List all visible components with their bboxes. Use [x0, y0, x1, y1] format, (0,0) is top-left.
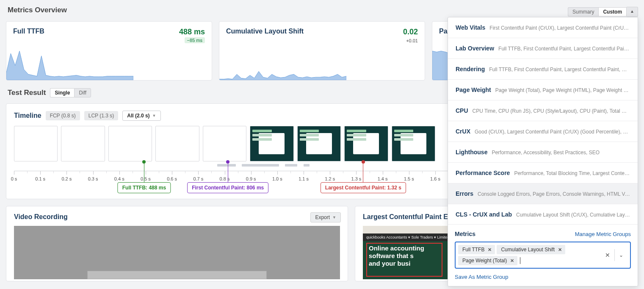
- metric-group-desc: First Contentful Paint (CrUX), Largest C…: [489, 25, 630, 31]
- metric-group-desc: Performance, Total Blocking Time, Larges…: [514, 170, 630, 176]
- metric-group-title: Performance Score: [456, 170, 510, 176]
- metrics-dropdown-panel: Web VitalsFirst Contentful Paint (CrUX),…: [448, 17, 638, 286]
- export-button[interactable]: Export ▼: [310, 212, 341, 222]
- filmstrip-frame[interactable]: [155, 126, 199, 161]
- metric-card-value: 488 ms: [179, 28, 205, 36]
- metric-card-delta: −85 ms: [185, 37, 205, 43]
- metric-group-title: CrUX: [456, 128, 470, 135]
- manage-metric-groups-link[interactable]: Manage Metric Groups: [575, 231, 631, 237]
- single-button[interactable]: Single: [50, 88, 74, 97]
- remove-metric-icon[interactable]: ✕: [487, 247, 492, 253]
- chevron-down-icon: ▼: [152, 114, 156, 118]
- filmstrip-frame[interactable]: [61, 126, 105, 161]
- custom-tab[interactable]: Custom: [598, 7, 627, 17]
- page-title: Metrics Overview: [8, 6, 67, 14]
- metric-group-option[interactable]: Performance ScorePerformance, Total Bloc…: [448, 163, 638, 183]
- timeline-marker-label: First Contentful Paint: 806 ms: [187, 182, 268, 193]
- ruler-tick-label: 0.2 s: [61, 176, 72, 181]
- filmstrip-frame[interactable]: [297, 126, 341, 161]
- metric-group-option[interactable]: CLS - CrUX and LabCumulative Layout Shif…: [448, 204, 638, 224]
- metric-group-option[interactable]: CPUCPU Time, CPU (Run JS), CPU (Style/La…: [448, 100, 638, 121]
- ruler-tick-label: 0.9 s: [246, 176, 256, 181]
- metric-group-desc: Full TTFB, First Contentful Paint, Large…: [498, 46, 630, 52]
- metric-group-title: CLS - CrUX and Lab: [456, 211, 512, 218]
- metrics-multiselect[interactable]: Full TTFB✕Cumulative Layout Shift✕Page W…: [455, 242, 631, 269]
- view-mode-caret[interactable]: ▲: [627, 7, 638, 17]
- filmstrip-frame[interactable]: [203, 126, 246, 161]
- metric-group-option[interactable]: LighthousePerformance, Accessibility, Be…: [448, 142, 638, 163]
- metric-group-desc: Full TTFB, First Contentful Paint, Large…: [489, 67, 630, 72]
- metric-group-title: CPU: [456, 107, 468, 114]
- metric-group-desc: CPU Time, CPU (Run JS), CPU (Style/Layou…: [473, 108, 630, 114]
- metric-group-title: Page Weight: [456, 86, 491, 93]
- sparkline-cls: [219, 46, 346, 80]
- metric-card-cls[interactable]: Cumulative Layout Shift 0.02 +0.01: [219, 21, 425, 81]
- ruler-tick-label: 0 s: [11, 176, 17, 181]
- ruler-tick-label: 0.1 s: [35, 176, 45, 181]
- metric-group-title: Lighthouse: [456, 149, 487, 156]
- timeline-marker-label: Largest Contentful Paint: 1.32 s: [321, 182, 406, 193]
- metric-group-option[interactable]: CrUXGood (CrUX), Largest Contentful Pain…: [448, 121, 638, 142]
- filmstrip-frame[interactable]: [108, 126, 152, 161]
- summary-tab[interactable]: Summary: [568, 7, 598, 17]
- timeline-chip-lcp[interactable]: LCP (1.3 s): [84, 111, 118, 120]
- selected-metric-label: Cumulative Layout Shift: [501, 247, 555, 253]
- ruler-tick-label: 1.4 s: [378, 176, 388, 181]
- ruler-tick-label: 0.7 s: [193, 176, 203, 181]
- ruler-tick-label: 1.2 s: [325, 176, 335, 181]
- filmstrip-frame[interactable]: [250, 126, 293, 161]
- filmstrip-frame[interactable]: [14, 126, 58, 161]
- selected-metric-label: Full TTFB: [462, 247, 484, 253]
- ruler-tick-label: 0.4 s: [114, 176, 124, 181]
- timeline-marker-red[interactable]: Largest Contentful Paint: 1.32 s: [362, 160, 365, 182]
- metric-group-option[interactable]: Page WeightPage Weight (Total), Page Wei…: [448, 80, 638, 100]
- video-placeholder[interactable]: [14, 226, 340, 279]
- chevron-down-icon[interactable]: ⌄: [615, 250, 627, 261]
- video-recording-card: Video Recording Export ▼: [6, 206, 348, 281]
- metric-group-option[interactable]: Web VitalsFirst Contentful Paint (CrUX),…: [448, 17, 638, 38]
- chevron-down-icon: ▼: [332, 215, 336, 220]
- ruler-tick-label: 1.3 s: [351, 176, 362, 181]
- metric-group-desc: Cumulative Layout Shift (CrUX), Cumulati…: [516, 212, 630, 218]
- timeline-chip-all-label: All (2.0 s): [127, 113, 149, 119]
- timeline-chip-fcp[interactable]: FCP (0.8 s): [46, 111, 80, 120]
- timeline-marker-purple[interactable]: First Contentful Paint: 806 ms: [226, 160, 229, 182]
- metric-group-option[interactable]: RenderingFull TTFB, First Contentful Pai…: [448, 59, 638, 80]
- ruler-tick-label: 0.3 s: [88, 176, 98, 181]
- metric-group-option[interactable]: Lab OverviewFull TTFB, First Contentful …: [448, 38, 638, 59]
- metric-group-desc: Good (CrUX), Largest Contentful Paint (C…: [475, 129, 630, 135]
- timeline-marker-label: Full TTFB: 488 ms: [118, 182, 171, 193]
- video-recording-title: Video Recording: [14, 213, 340, 221]
- test-result-toggle: Single Diff: [50, 88, 91, 97]
- text-cursor: [520, 257, 520, 264]
- ruler-tick-label: 1.6 s: [430, 176, 440, 181]
- timeline-title: Timeline: [14, 112, 41, 119]
- remove-metric-icon[interactable]: ✕: [557, 247, 563, 253]
- test-result-title: Test Result: [8, 89, 46, 97]
- metrics-group-list[interactable]: Web VitalsFirst Contentful Paint (CrUX),…: [448, 17, 638, 224]
- metrics-label: Metrics: [455, 231, 475, 237]
- metric-group-title: Errors: [456, 190, 473, 197]
- ruler-tick-label: 0.6 s: [167, 176, 177, 181]
- timeline-marker-green[interactable]: Full TTFB: 488 ms: [142, 160, 146, 182]
- metric-card-ttfb[interactable]: Full TTFB 488 ms −85 ms: [6, 21, 212, 81]
- selected-metric-tag: Cumulative Layout Shift✕: [497, 245, 565, 254]
- diff-button[interactable]: Diff: [74, 88, 91, 97]
- metric-group-title: Rendering: [456, 66, 485, 72]
- remove-metric-icon[interactable]: ✕: [509, 258, 515, 264]
- metric-group-option[interactable]: ErrorsConsole Logged Errors, Page Errors…: [448, 183, 638, 204]
- ruler-tick-label: 1.5 s: [404, 176, 414, 181]
- metric-group-title: Lab Overview: [456, 45, 494, 52]
- lcp-preview-hero: Online accounting software that s and yo…: [369, 245, 424, 267]
- metric-card-delta: +0.01: [403, 38, 418, 43]
- clear-all-icon[interactable]: ✕: [601, 249, 615, 261]
- timeline-chip-all[interactable]: All (2.0 s) ▼: [122, 111, 160, 121]
- save-as-metric-group-link[interactable]: Save As Metric Group: [455, 274, 508, 280]
- sparkline-ttfb: [6, 46, 133, 80]
- filmstrip-frame[interactable]: [392, 126, 435, 161]
- metric-group-desc: Console Logged Errors, Page Errors, Cons…: [478, 191, 630, 197]
- filmstrip-frame[interactable]: [344, 126, 388, 161]
- metric-card-title: Cumulative Layout Shift: [226, 28, 418, 35]
- ruler-tick-label: 1.0 s: [272, 176, 282, 181]
- metric-group-desc: Page Weight (Total), Page Weight (HTML),…: [495, 87, 630, 93]
